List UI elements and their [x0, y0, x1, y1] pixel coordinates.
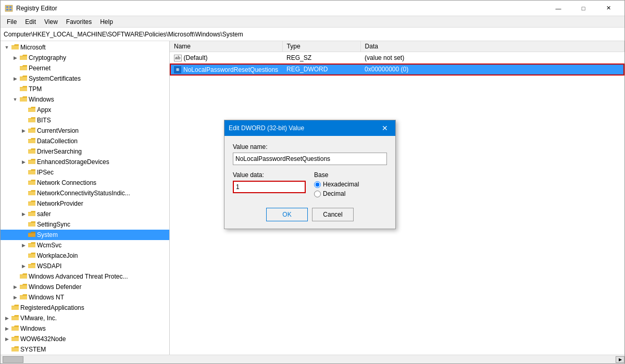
table-row[interactable]: ab (Default) REG_SZ (value not set) [170, 52, 624, 64]
folder-icon-system-root [11, 345, 19, 354]
tree-label-settingsync: SettingSync [37, 221, 70, 228]
expander-wsdapi[interactable]: ▶ [19, 262, 28, 270]
tree-label-microsoft: Microsoft [20, 44, 46, 51]
tree-item-systemcertificates[interactable]: ▶ SystemCertificates [1, 73, 169, 84]
value-data-row: Value data: Base Hexadecimal Decimal [233, 171, 387, 199]
tree-item-cryptography[interactable]: ▶ Cryptography [1, 53, 169, 63]
minimize-button[interactable]: — [546, 1, 570, 16]
tree-item-datacollection[interactable]: ▶ DataCollection [1, 136, 169, 146]
tree-item-network-connections[interactable]: ▶ Network Connections [1, 178, 169, 188]
ab-icon: ab [174, 55, 182, 61]
tree-item-networkprovider[interactable]: ▶ NetworkProvider [1, 198, 169, 209]
folder-icon-workplacejoin [28, 252, 36, 260]
col-name[interactable]: Name [170, 41, 282, 52]
tree-item-windowsnt[interactable]: ▶ Windows NT [1, 292, 169, 303]
tree-item-currentversion[interactable]: ▶ CurrentVersion [1, 125, 169, 136]
folder-icon-networkconnectivity [28, 189, 36, 197]
tree-label-registeredapps: RegisteredApplications [20, 304, 84, 311]
col-data[interactable]: Data [360, 41, 624, 52]
cancel-button[interactable]: Cancel [312, 208, 354, 221]
menu-help[interactable]: Help [96, 17, 117, 27]
menu-favorites[interactable]: Favorites [62, 17, 96, 27]
expander-windows-expanded[interactable]: ▼ [11, 95, 19, 104]
tree-item-safer[interactable]: ▶ safer [1, 209, 169, 219]
expander-systemcertificates[interactable]: ▶ [11, 74, 19, 83]
close-button[interactable]: ✕ [596, 1, 620, 16]
tree-label-datacollection: DataCollection [37, 137, 78, 145]
expander-windows-root[interactable]: ▶ [3, 324, 11, 333]
expander-cryptography[interactable]: ▶ [11, 54, 19, 62]
expander-microsoft[interactable]: ▼ [3, 43, 11, 52]
folder-icon-enhancedstoragedevices [28, 158, 36, 166]
dialog-title: Edit DWORD (32-bit) Value [229, 124, 304, 132]
tree-item-windowsatp[interactable]: ▶ Windows Advanced Threat Protec... [1, 271, 169, 282]
tree-item-peernet[interactable]: ▶ Peernet [1, 63, 169, 73]
expander-windowsnt[interactable]: ▶ [11, 293, 19, 302]
table-row[interactable]: ⊞ NoLocalPasswordResetQuestions REG_DWOR… [170, 64, 624, 76]
tree-item-bits[interactable]: ▶ BITS [1, 115, 169, 125]
tree-label-wsdapi: WSDAPI [37, 262, 61, 270]
dialog-close-button[interactable]: ✕ [379, 122, 391, 134]
col-type[interactable]: Type [282, 41, 360, 52]
dword-icon: ⊞ [174, 66, 181, 73]
folder-icon-windowsnt [19, 293, 28, 302]
folder-icon-wcmsvc [28, 241, 36, 249]
reg-type-default: REG_SZ [282, 52, 360, 64]
tree-item-ipsec[interactable]: ▶ IPSec [1, 167, 169, 178]
value-name-input[interactable] [233, 153, 387, 165]
tree-label-driversearching: DriverSearching [37, 148, 82, 155]
tree-item-vmware[interactable]: ▶ VMware, Inc. [1, 313, 169, 323]
ok-button[interactable]: OK [266, 208, 308, 221]
tree-item-enhancedstoragedevices[interactable]: ▶ EnhancedStorageDevices [1, 157, 169, 167]
title-bar: Registry Editor — □ ✕ [1, 1, 624, 16]
folder-icon-peernet [19, 64, 28, 72]
expander-vmware[interactable]: ▶ [3, 314, 11, 322]
menu-file[interactable]: File [3, 17, 21, 27]
tree-item-networkconnectivity[interactable]: ▶ NetworkConnectivityStatusIndic... [1, 188, 169, 198]
tree-item-workplacejoin[interactable]: ▶ WorkplaceJoin [1, 250, 169, 261]
folder-icon-registeredapps [11, 304, 19, 312]
value-data-input[interactable] [233, 181, 306, 193]
menu-view[interactable]: View [40, 17, 62, 27]
tree-item-system[interactable]: ▶ System [1, 230, 169, 240]
tree-item-windows-expanded[interactable]: ▼ Windows [1, 94, 169, 105]
expander-safer[interactable]: ▶ [19, 210, 28, 218]
svg-rect-4 [9, 9, 11, 10]
dialog-buttons: OK Cancel [233, 206, 387, 221]
tree-item-windows-root[interactable]: ▶ Windows [1, 323, 169, 334]
expander-currentversion[interactable]: ▶ [19, 127, 28, 135]
tree-item-settingsync[interactable]: ▶ SettingSync [1, 219, 169, 230]
radio-decimal[interactable]: Decimal [314, 190, 387, 197]
menu-edit[interactable]: Edit [21, 17, 40, 27]
maximize-button[interactable]: □ [571, 1, 595, 16]
tree-label-safer: safer [37, 210, 51, 218]
tree-item-registeredapps[interactable]: ▶ RegisteredApplications [1, 303, 169, 313]
tree-item-driversearching[interactable]: ▶ DriverSearching [1, 146, 169, 157]
expander-wcmsvc[interactable]: ▶ [19, 241, 28, 249]
tree-item-windowsdefender[interactable]: ▶ Windows Defender [1, 282, 169, 292]
tree-item-wow6432node[interactable]: ▶ WOW6432Node [1, 334, 169, 344]
tree-item-appx[interactable]: ▶ Appx [1, 105, 169, 115]
tree-item-system-root[interactable]: ▶ SYSTEM [1, 344, 169, 355]
address-path: Computer\HKEY_LOCAL_MACHINE\SOFTWARE\Pol… [4, 31, 243, 38]
tree-item-wcmsvc[interactable]: ▶ WcmSvc [1, 240, 169, 250]
expander-windowsdefender[interactable]: ▶ [11, 283, 19, 291]
tree-pane[interactable]: ▼ Microsoft ▶ Cryptography ▶ [1, 41, 170, 355]
bottom-scrollbar[interactable]: ▶ [1, 355, 624, 363]
expander-wow6432node[interactable]: ▶ [3, 335, 11, 343]
tree-label-ipsec: IPSec [37, 169, 54, 176]
radio-hexadecimal[interactable]: Hexadecimal [314, 181, 387, 188]
tree-item-microsoft[interactable]: ▼ Microsoft [1, 42, 169, 53]
tree-label-currentversion: CurrentVersion [37, 127, 79, 134]
radio-hexadecimal-input[interactable] [314, 181, 321, 188]
folder-icon-appx [28, 106, 36, 114]
value-name-label: Value name: [233, 143, 387, 150]
tree-item-wsdapi[interactable]: ▶ WSDAPI [1, 261, 169, 271]
radio-hexadecimal-label: Hexadecimal [323, 181, 359, 188]
expander-enhancedstoragedevices[interactable]: ▶ [19, 158, 28, 166]
folder-icon-currentversion [28, 127, 36, 135]
tree-item-tpm[interactable]: ▶ TPM [1, 84, 169, 94]
radio-decimal-input[interactable] [314, 191, 321, 197]
tree-label-networkconnectivity: NetworkConnectivityStatusIndic... [37, 190, 130, 197]
reg-name-default: ab (Default) [170, 52, 282, 64]
